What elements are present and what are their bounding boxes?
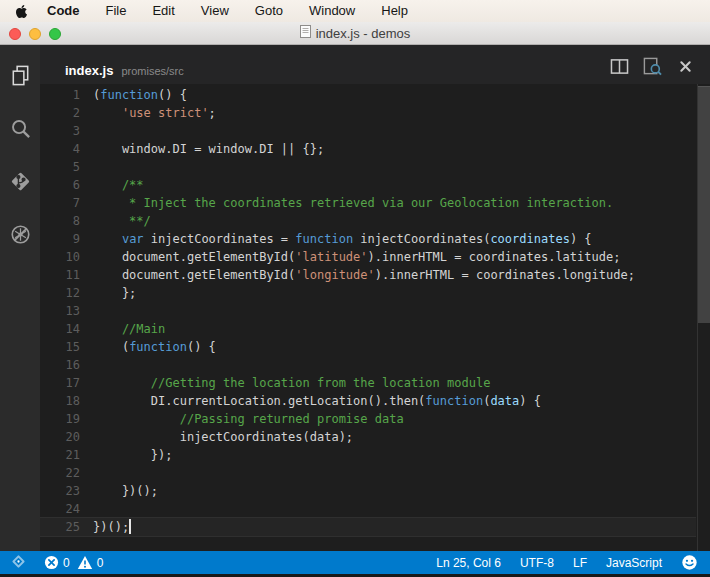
code-line[interactable]: 8 **/ — [40, 212, 696, 230]
code-line[interactable]: 22 — [40, 464, 696, 482]
line-number: 22 — [40, 464, 93, 482]
text-cursor — [129, 519, 131, 534]
menu-goto[interactable]: Goto — [242, 0, 296, 22]
code-line[interactable]: 18 DI.currentLocation.getLocation().then… — [40, 392, 696, 410]
line-number: 24 — [40, 500, 93, 518]
menu-help[interactable]: Help — [368, 0, 421, 22]
open-file-tab[interactable]: index.js promises/src — [65, 63, 184, 78]
line-number: 16 — [40, 356, 93, 374]
line-content: DI.currentLocation.getLocation().then(fu… — [93, 392, 696, 410]
line-number: 7 — [40, 194, 93, 212]
line-number: 25 — [40, 518, 93, 536]
preview-search-icon[interactable] — [641, 55, 663, 77]
activity-bar — [0, 45, 40, 551]
line-number: 20 — [40, 428, 93, 446]
status-right: Ln 25, Col 6 UTF-8 LF JavaScript — [436, 554, 698, 571]
code-line[interactable]: 2 'use strict'; — [40, 104, 696, 122]
editor-actions — [608, 55, 696, 77]
line-content: document.getElementById('latitude').inne… — [93, 248, 696, 266]
line-content: /** — [93, 176, 696, 194]
scrollbar-thumb[interactable] — [698, 86, 710, 323]
code-line[interactable]: 9 var injectCoordinates = function injec… — [40, 230, 696, 248]
code-line[interactable]: 24 — [40, 500, 696, 518]
menu-view[interactable]: View — [188, 0, 242, 22]
code-line[interactable]: 11 document.getElementById('longitude').… — [40, 266, 696, 284]
menu-code[interactable]: Code — [34, 0, 93, 22]
zoom-window-button[interactable] — [49, 28, 61, 40]
encoding[interactable]: UTF-8 — [520, 556, 554, 570]
code-area[interactable]: 1(function() {2 'use strict';34 window.D… — [40, 84, 710, 551]
git-icon[interactable] — [8, 169, 32, 193]
code-line[interactable]: 3 — [40, 122, 696, 140]
apple-logo-icon[interactable] — [15, 4, 28, 19]
code-line[interactable]: 20 injectCoordinates(data); — [40, 428, 696, 446]
line-number: 10 — [40, 248, 93, 266]
code-line[interactable]: 5 — [40, 158, 696, 176]
line-content: * Inject the coordinates retrieved via o… — [93, 194, 696, 212]
line-number: 19 — [40, 410, 93, 428]
main: index.js promises/src 1(function() — [0, 45, 710, 551]
source-control-icon[interactable] — [10, 553, 27, 573]
line-number: 17 — [40, 374, 93, 392]
error-count: 0 — [63, 556, 70, 570]
line-content: (function() { — [93, 338, 696, 356]
code-line[interactable]: 17 //Getting the location from the locat… — [40, 374, 696, 392]
line-content: var injectCoordinates = function injectC… — [93, 230, 696, 248]
code-line[interactable]: 23 })(); — [40, 482, 696, 500]
line-content: //Getting the location from the location… — [93, 374, 696, 392]
line-number: 8 — [40, 212, 93, 230]
line-content: //Main — [93, 320, 696, 338]
line-content: //Passing returned promise data — [93, 410, 696, 428]
line-number: 14 — [40, 320, 93, 338]
feedback-smiley-icon[interactable] — [681, 554, 698, 571]
menu-edit[interactable]: Edit — [139, 0, 187, 22]
code-line[interactable]: 1(function() { — [40, 86, 696, 104]
code-line[interactable]: 25})(); — [40, 518, 696, 536]
line-number: 18 — [40, 392, 93, 410]
explorer-icon[interactable] — [8, 63, 32, 87]
line-content — [93, 500, 696, 518]
line-number: 1 — [40, 86, 93, 104]
warning-count: 0 — [97, 556, 104, 570]
code-line[interactable]: 16 — [40, 356, 696, 374]
line-number: 3 — [40, 122, 93, 140]
cursor-position[interactable]: Ln 25, Col 6 — [436, 556, 501, 570]
code-line[interactable]: 6 /** — [40, 176, 696, 194]
line-content — [93, 356, 696, 374]
line-content — [93, 122, 696, 140]
errors-indicator[interactable]: 0 — [44, 555, 70, 570]
language-mode[interactable]: JavaScript — [606, 556, 662, 570]
split-editor-icon[interactable] — [608, 55, 630, 77]
minimize-window-button[interactable] — [29, 28, 41, 40]
menu-window[interactable]: Window — [296, 0, 368, 22]
line-content: })(); — [93, 482, 696, 500]
scrollbar-track[interactable] — [697, 84, 710, 551]
debug-icon[interactable] — [8, 222, 32, 246]
code-line[interactable]: 21 }); — [40, 446, 696, 464]
menu-file[interactable]: File — [93, 0, 140, 22]
code-line[interactable]: 10 document.getElementById('latitude').i… — [40, 248, 696, 266]
line-number: 4 — [40, 140, 93, 158]
close-window-button[interactable] — [9, 28, 21, 40]
code-line[interactable]: 15 (function() { — [40, 338, 696, 356]
eol-indicator[interactable]: LF — [573, 556, 587, 570]
line-number: 13 — [40, 302, 93, 320]
line-content: **/ — [93, 212, 696, 230]
line-content: document.getElementById('longitude').inn… — [93, 266, 696, 284]
code-line[interactable]: 13 — [40, 302, 696, 320]
code-line[interactable]: 19 //Passing returned promise data — [40, 410, 696, 428]
code-line[interactable]: 12 }; — [40, 284, 696, 302]
line-content: })(); — [93, 518, 696, 536]
close-icon[interactable] — [674, 55, 696, 77]
window-titlebar[interactable]: index.js - demos — [0, 22, 710, 45]
line-content: 'use strict'; — [93, 104, 696, 122]
menubar: Code File Edit View Goto Window Help — [0, 0, 710, 22]
code-lines: 1(function() {2 'use strict';34 window.D… — [40, 86, 696, 536]
line-number: 5 — [40, 158, 93, 176]
code-line[interactable]: 14 //Main — [40, 320, 696, 338]
code-line[interactable]: 4 window.DI = window.DI || {}; — [40, 140, 696, 158]
warnings-indicator[interactable]: 0 — [77, 555, 104, 570]
search-icon[interactable] — [8, 116, 32, 140]
status-left: 0 0 — [10, 553, 103, 573]
code-line[interactable]: 7 * Inject the coordinates retrieved via… — [40, 194, 696, 212]
